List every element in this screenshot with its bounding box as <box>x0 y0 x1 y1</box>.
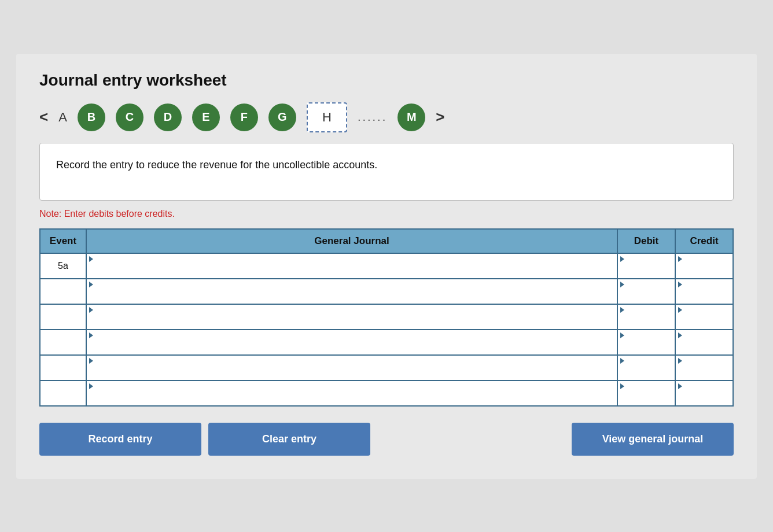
event-cell-1: 5a <box>40 253 86 279</box>
page-title: Journal entry worksheet <box>39 71 734 90</box>
credit-input-2[interactable] <box>676 279 732 304</box>
col-header-debit: Debit <box>617 229 675 253</box>
table-row <box>40 380 733 406</box>
instruction-text: Record the entry to reduce the revenue f… <box>56 159 377 171</box>
journal-cell-6[interactable] <box>86 380 617 406</box>
journal-cell-3[interactable] <box>86 304 617 330</box>
prev-arrow[interactable]: < <box>39 108 48 126</box>
credit-cell-4[interactable] <box>675 330 733 355</box>
nav-item-h[interactable]: H <box>307 102 347 132</box>
table-row <box>40 279 733 304</box>
event-cell-5 <box>40 355 86 380</box>
journal-cell-2[interactable] <box>86 279 617 304</box>
instruction-box: Record the entry to reduce the revenue f… <box>39 143 734 201</box>
buttons-row: Record entry Clear entry View general jo… <box>39 423 734 456</box>
debit-input-4[interactable] <box>618 330 675 354</box>
credit-input-1[interactable] <box>676 254 732 278</box>
journal-input-2[interactable] <box>87 279 617 304</box>
credit-cell-2[interactable] <box>675 279 733 304</box>
debit-cell-4[interactable] <box>617 330 675 355</box>
main-container: Journal entry worksheet < A B C D E F G … <box>16 54 757 479</box>
debit-cell-1[interactable] <box>617 253 675 279</box>
triangle-icon-5 <box>89 358 93 364</box>
nav-item-a[interactable]: A <box>58 110 67 125</box>
col-header-event: Event <box>40 229 86 253</box>
journal-input-4[interactable] <box>87 330 617 354</box>
triangle-icon-debit-2 <box>620 282 624 287</box>
nav-item-e[interactable]: E <box>192 104 220 131</box>
col-header-credit: Credit <box>675 229 733 253</box>
debit-input-5[interactable] <box>618 356 675 380</box>
debit-input-6[interactable] <box>618 381 675 405</box>
triangle-icon-credit-5 <box>678 358 682 364</box>
event-cell-2 <box>40 279 86 304</box>
col-header-journal: General Journal <box>86 229 617 253</box>
table-row: 5a <box>40 253 733 279</box>
triangle-icon-1 <box>89 256 93 262</box>
journal-input-3[interactable] <box>87 305 617 329</box>
credit-cell-6[interactable] <box>675 380 733 406</box>
triangle-icon-debit-5 <box>620 358 624 364</box>
triangle-icon-debit-6 <box>620 383 624 389</box>
journal-cell-5[interactable] <box>86 355 617 380</box>
debit-cell-5[interactable] <box>617 355 675 380</box>
nav-item-d[interactable]: D <box>154 104 182 131</box>
nav-item-m[interactable]: M <box>397 104 425 131</box>
credit-input-3[interactable] <box>676 305 732 329</box>
credit-input-4[interactable] <box>676 330 732 354</box>
journal-cell-4[interactable] <box>86 330 617 355</box>
event-cell-4 <box>40 330 86 355</box>
credit-input-5[interactable] <box>676 356 732 380</box>
nav-item-f[interactable]: F <box>230 104 258 131</box>
debit-cell-3[interactable] <box>617 304 675 330</box>
credit-cell-3[interactable] <box>675 304 733 330</box>
record-entry-button[interactable]: Record entry <box>39 423 201 456</box>
navigation-row: < A B C D E F G H ...... M > <box>39 102 734 132</box>
nav-item-g[interactable]: G <box>268 104 296 131</box>
triangle-icon-credit-3 <box>678 307 682 313</box>
credit-input-6[interactable] <box>676 381 732 405</box>
debit-input-2[interactable] <box>618 279 675 304</box>
table-row <box>40 304 733 330</box>
event-cell-6 <box>40 380 86 406</box>
triangle-icon-3 <box>89 307 93 313</box>
journal-input-6[interactable] <box>87 381 617 405</box>
credit-cell-5[interactable] <box>675 355 733 380</box>
nav-item-c[interactable]: C <box>116 104 143 131</box>
journal-input-1[interactable] <box>87 254 617 278</box>
triangle-icon-credit-2 <box>678 282 682 287</box>
credit-cell-1[interactable] <box>675 253 733 279</box>
triangle-icon-2 <box>89 282 93 287</box>
debit-cell-6[interactable] <box>617 380 675 406</box>
nav-dots: ...... <box>358 110 387 124</box>
triangle-icon-4 <box>89 332 93 338</box>
journal-table: Event General Journal Debit Credit 5a <box>39 228 734 407</box>
view-journal-button[interactable]: View general journal <box>572 423 734 456</box>
note-text: Note: Enter debits before credits. <box>39 209 734 219</box>
triangle-icon-debit-4 <box>620 332 624 338</box>
debit-input-1[interactable] <box>618 254 675 278</box>
debit-input-3[interactable] <box>618 305 675 329</box>
triangle-icon-debit-3 <box>620 307 624 313</box>
triangle-icon-debit-1 <box>620 256 624 262</box>
journal-input-5[interactable] <box>87 356 617 380</box>
journal-cell-1[interactable] <box>86 253 617 279</box>
triangle-icon-credit-6 <box>678 383 682 389</box>
next-arrow[interactable]: > <box>436 108 444 126</box>
event-cell-3 <box>40 304 86 330</box>
clear-entry-button[interactable]: Clear entry <box>208 423 370 456</box>
table-row <box>40 355 733 380</box>
table-row <box>40 330 733 355</box>
triangle-icon-6 <box>89 383 93 389</box>
triangle-icon-credit-1 <box>678 256 682 262</box>
nav-item-b[interactable]: B <box>78 104 105 131</box>
debit-cell-2[interactable] <box>617 279 675 304</box>
triangle-icon-credit-4 <box>678 332 682 338</box>
